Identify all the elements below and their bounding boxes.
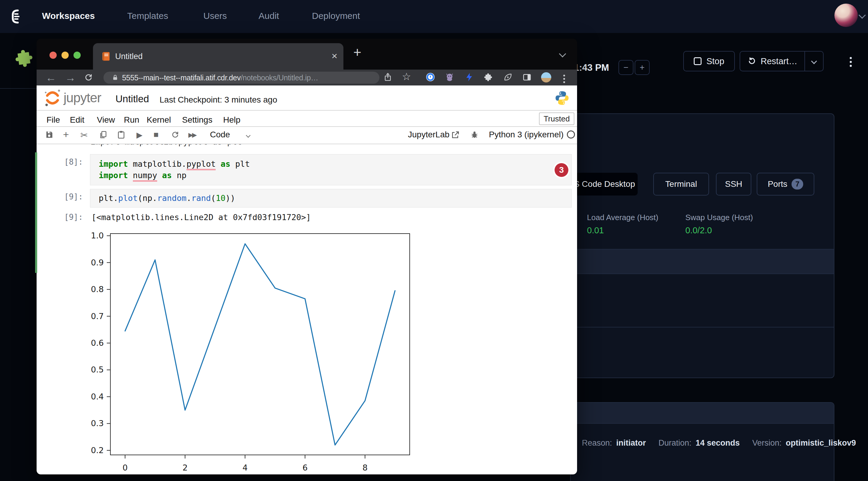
save-icon[interactable] (45, 130, 53, 139)
menu-view[interactable]: View (97, 114, 115, 126)
restart-options-button[interactable] (805, 52, 823, 71)
nav-audit[interactable]: Audit (258, 11, 279, 21)
svg-text:0.4: 0.4 (91, 392, 104, 401)
svg-text:0.8: 0.8 (91, 285, 104, 294)
top-nav: Workspaces Templates Users Audit Deploym… (0, 0, 868, 33)
extensions-puzzle-icon[interactable] (484, 72, 493, 82)
svg-text:0.6: 0.6 (91, 338, 104, 348)
nav-workspaces[interactable]: Workspaces (42, 11, 95, 21)
lock-icon (112, 74, 119, 81)
restart-kernel-icon[interactable] (171, 131, 179, 139)
code-cell-8[interactable]: import matplotlib.pyplot as plt import n… (90, 154, 572, 185)
external-link-icon[interactable] (451, 131, 460, 139)
menu-edit[interactable]: Edit (70, 114, 84, 126)
matplotlib-line-chart: 0.20.30.40.50.60.70.80.91.002468 (84, 229, 417, 473)
url-host: 5555--main--test--matifali.atif.cdr.dev (122, 73, 241, 82)
menu-run[interactable]: Run (124, 114, 139, 126)
window-minimize-button[interactable] (61, 52, 69, 59)
kernel-status-circle (567, 130, 575, 138)
kernel-name[interactable]: Python 3 (ipykernel) (489, 130, 564, 139)
cut-cells-icon[interactable]: ✂ (81, 130, 88, 140)
url-text: 5555--main--test--matifali.atif.cdr.dev/… (122, 72, 318, 84)
onepassword-extension-icon[interactable] (426, 72, 435, 82)
tab-ports[interactable]: Ports 7 (757, 173, 814, 195)
tab-title: Untitled (115, 43, 143, 70)
tab-ssh[interactable]: SSH (716, 173, 751, 195)
restart-run-all-icon[interactable]: ▶▶ (188, 131, 195, 138)
nav-users[interactable]: Users (203, 11, 227, 21)
menu-file[interactable]: File (46, 114, 60, 126)
window-close-button[interactable] (50, 52, 57, 59)
browser-tab[interactable]: Untitled × (93, 43, 343, 70)
jupyter-wordmark: jupyter (64, 90, 101, 105)
interrupt-kernel-icon[interactable]: ■ (154, 130, 159, 139)
badge-count: 3 (555, 163, 568, 177)
browser-profile-avatar[interactable] (541, 72, 551, 83)
cell-type-chevron-icon[interactable] (247, 133, 250, 138)
forward-button[interactable]: → (65, 70, 76, 85)
notebook-title[interactable]: Untitled (116, 93, 149, 105)
github-extension-icon[interactable] (445, 72, 454, 82)
menu-help[interactable]: Help (223, 114, 241, 126)
svg-text:6: 6 (302, 463, 307, 472)
battery-saver-leaf-icon[interactable] (503, 72, 512, 82)
cell-type-dropdown[interactable]: Code (210, 130, 230, 139)
bolt-extension-icon[interactable] (465, 72, 474, 82)
window-maximize-button[interactable] (73, 52, 81, 59)
ports-label: Ports (768, 179, 787, 189)
svg-text:0: 0 (122, 463, 127, 472)
build-row-header[interactable] (571, 403, 834, 424)
swap-usage-value: 0.0/2.0 (685, 225, 712, 235)
trusted-button[interactable]: Trusted (539, 113, 575, 125)
svg-text:0.5: 0.5 (91, 365, 104, 374)
load-average-label: Load Average (Host) (587, 213, 658, 222)
copy-cells-icon[interactable] (99, 130, 107, 139)
header-divider (37, 110, 577, 111)
resource-row[interactable] (571, 249, 834, 274)
user-avatar[interactable] (834, 4, 858, 27)
stop-workspace-button[interactable]: Stop (683, 51, 735, 71)
more-options-kebab[interactable] (850, 55, 852, 69)
reload-button[interactable] (84, 73, 93, 82)
paste-cells-icon[interactable] (117, 130, 125, 139)
share-icon[interactable] (383, 72, 392, 82)
restart-split-button: Restart… (740, 51, 824, 71)
url-path: /notebooks/Untitled.ip… (241, 73, 318, 82)
nav-deployment[interactable]: Deployment (312, 11, 360, 21)
ports-count-badge: 7 (792, 179, 803, 190)
svg-text:2: 2 (182, 463, 187, 472)
tab-search-chevron-icon[interactable] (560, 51, 565, 58)
screen: Workspaces Templates Users Audit Deploym… (0, 0, 868, 481)
run-cell-icon[interactable]: ▶ (136, 130, 143, 140)
menu-settings[interactable]: Settings (182, 114, 212, 126)
chevron-down-icon[interactable] (860, 12, 865, 19)
version-value: optimistic_liskov9 (786, 439, 856, 448)
zoom-out-button[interactable]: − (618, 60, 633, 75)
svg-text:0.9: 0.9 (91, 258, 104, 267)
split-screen-icon[interactable] (523, 72, 531, 82)
swap-usage-label: Swap Usage (Host) (685, 213, 753, 222)
cell8-line1: import matplotlib.pyplot as plt (99, 158, 563, 170)
tab-close-icon[interactable]: × (332, 43, 337, 68)
code-cell-9[interactable]: plt.plot(np.random.rand(10)) (90, 189, 572, 207)
svg-text:0.7: 0.7 (91, 312, 104, 321)
jupyter-logo (43, 89, 62, 107)
svg-text:1.0: 1.0 (91, 231, 104, 240)
clipped-scrolled-cell: import matplotlib.pyplot as plt (37, 144, 577, 148)
open-jupyterlab-link[interactable]: JupyterLab (408, 130, 450, 139)
restart-button[interactable]: Restart… (740, 52, 804, 71)
debugger-bug-icon[interactable] (470, 130, 479, 139)
python-logo (554, 90, 570, 106)
new-tab-button[interactable]: + (353, 44, 362, 60)
back-button[interactable]: ← (45, 70, 56, 85)
insert-cell-icon[interactable]: + (63, 129, 69, 140)
bookmark-star-icon[interactable]: ☆ (402, 69, 411, 84)
url-bar[interactable]: 5555--main--test--matifali.atif.cdr.dev/… (103, 72, 379, 84)
tab-terminal[interactable]: Terminal (653, 173, 709, 195)
reason-label: Reason: (582, 439, 612, 448)
nav-templates[interactable]: Templates (127, 11, 168, 21)
zoom-in-button[interactable]: + (634, 60, 650, 75)
notification-badge[interactable]: 3 (553, 162, 570, 179)
menu-kernel[interactable]: Kernel (147, 114, 171, 126)
browser-menu-kebab[interactable] (563, 73, 566, 85)
